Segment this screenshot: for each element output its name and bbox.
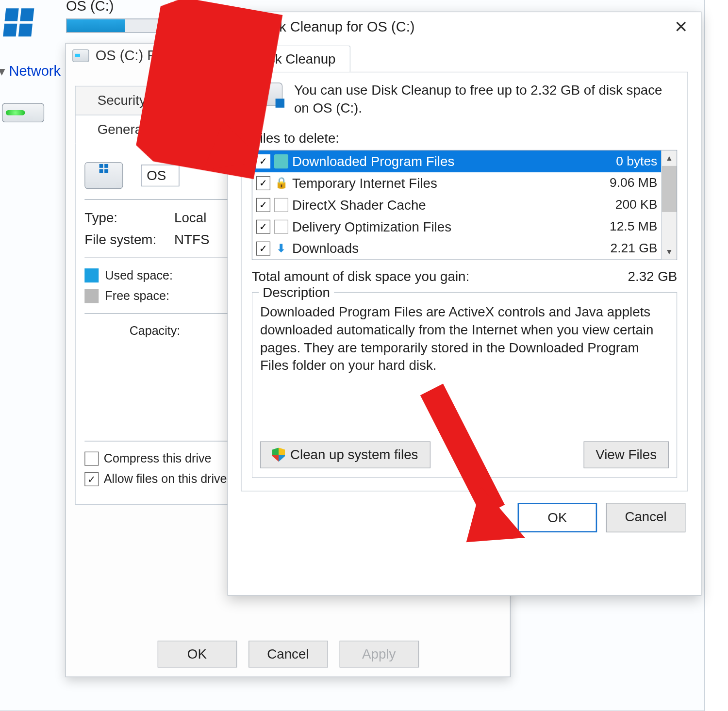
- cleanup-titlebar[interactable]: Disk Cleanup for OS (C:) ✕: [228, 12, 701, 42]
- svg-line-0: [165, 11, 255, 143]
- compress-checkbox[interactable]: [84, 452, 99, 466]
- file-item[interactable]: ✓Downloaded Program Files0 bytes: [252, 150, 661, 172]
- drive-icon: [72, 50, 89, 62]
- type-label: Type:: [84, 210, 174, 226]
- properties-apply-button: Apply: [339, 641, 419, 667]
- total-gain-value: 2.32 GB: [628, 269, 678, 284]
- file-checkbox[interactable]: ✓: [256, 219, 270, 233]
- filesystem-label: File system:: [84, 232, 174, 248]
- cleanup-cancel-button[interactable]: Cancel: [606, 503, 686, 532]
- type-value: Local: [174, 210, 206, 226]
- folder-icon: [274, 154, 288, 168]
- close-button[interactable]: ✕: [669, 18, 693, 35]
- properties-ok-button[interactable]: OK: [157, 641, 237, 667]
- file-name: Downloads: [292, 241, 605, 256]
- shield-icon: [272, 447, 285, 462]
- file-name: DirectX Shader Cache: [292, 197, 610, 213]
- drive-large-icon: [84, 162, 123, 189]
- file-item[interactable]: ✓🔒Temporary Internet Files9.06 MB: [252, 172, 661, 194]
- hard-drive-icon: [2, 103, 47, 128]
- file-checkbox[interactable]: ✓: [256, 154, 270, 168]
- file-name: Delivery Optimization Files: [292, 219, 605, 234]
- chevron-right-icon: ▶: [0, 69, 8, 76]
- files-listbox[interactable]: ✓Downloaded Program Files0 bytes✓🔒Tempor…: [252, 149, 677, 260]
- description-label: Description: [259, 285, 334, 300]
- file-checkbox[interactable]: ✓: [256, 198, 270, 212]
- free-space-label: Free space:: [105, 289, 169, 303]
- cleanup-title: Disk Cleanup for OS (C:): [259, 18, 669, 35]
- doc-icon: [274, 198, 288, 212]
- file-size: 200 KB: [615, 198, 658, 212]
- total-gain-label: Total amount of disk space you gain:: [252, 269, 469, 284]
- file-checkbox[interactable]: ✓: [256, 241, 270, 255]
- sidebar-item-network[interactable]: ▶Network: [0, 63, 61, 79]
- file-item[interactable]: ✓Delivery Optimization Files12.5 MB: [252, 215, 661, 237]
- scroll-thumb[interactable]: [662, 165, 677, 212]
- description-text: Downloaded Program Files are ActiveX con…: [260, 303, 669, 374]
- svg-line-2: [402, 390, 523, 511]
- compress-label: Compress this drive: [104, 452, 212, 466]
- filesystem-value: NTFS: [174, 232, 209, 248]
- allow-index-checkbox[interactable]: ✓: [84, 472, 99, 486]
- scroll-up-button[interactable]: ▲: [662, 150, 677, 166]
- capacity-label: Capacity:: [130, 324, 181, 338]
- properties-cancel-button[interactable]: Cancel: [248, 641, 328, 667]
- windows-icon: [4, 8, 33, 36]
- used-space-label: Used space:: [105, 268, 172, 282]
- file-size: 9.06 MB: [610, 176, 657, 190]
- used-swatch: [84, 268, 99, 282]
- file-item[interactable]: ✓DirectX Shader Cache200 KB: [252, 194, 661, 216]
- lock-icon: 🔒: [274, 176, 288, 190]
- file-size: 12.5 MB: [610, 219, 657, 234]
- scroll-down-button[interactable]: ▼: [662, 244, 677, 260]
- view-files-button[interactable]: View Files: [583, 441, 669, 468]
- file-item[interactable]: ✓⬇Downloads2.21 GB: [252, 237, 661, 259]
- file-size: 0 bytes: [616, 154, 657, 168]
- files-to-delete-label: Files to delete:: [252, 131, 677, 146]
- doc-icon: [274, 219, 288, 233]
- file-checkbox[interactable]: ✓: [256, 176, 270, 190]
- drive-name-input[interactable]: OS: [141, 165, 179, 186]
- cleanup-intro-text: You can use Disk Cleanup to free up to 2…: [294, 82, 677, 118]
- file-name: Downloaded Program Files: [292, 153, 611, 169]
- free-swatch: [84, 289, 99, 303]
- file-size: 2.21 GB: [610, 241, 657, 256]
- scrollbar[interactable]: ▲ ▼: [661, 150, 677, 259]
- file-name: Temporary Internet Files: [292, 175, 605, 191]
- down-icon: ⬇: [274, 241, 288, 255]
